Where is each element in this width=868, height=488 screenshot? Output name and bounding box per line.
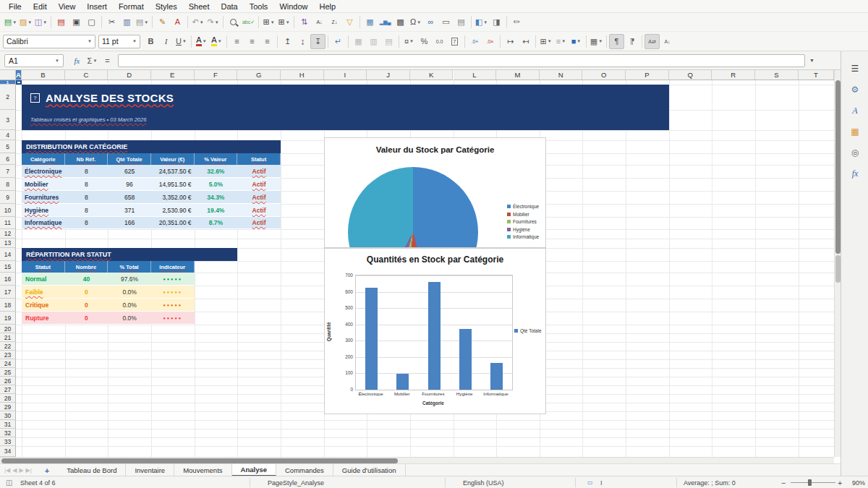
insert-pivot-table-icon[interactable]: ▩ — [393, 14, 408, 30]
row-header-28[interactable]: 28 — [0, 394, 16, 403]
chevron-down-icon[interactable]: ▼ — [218, 39, 222, 43]
insert-comment-icon[interactable]: ▭ — [438, 14, 454, 30]
zoom-level[interactable]: 90% — [852, 476, 865, 488]
chevron-down-icon[interactable]: ▼ — [200, 20, 204, 25]
properties-icon[interactable]: ⚙ — [848, 82, 862, 97]
align-center-icon[interactable]: ≡ — [244, 34, 260, 49]
chevron-down-icon[interactable]: ▼ — [271, 20, 275, 25]
font-size-combobox[interactable]: 11 pt ▼ — [98, 35, 140, 48]
column-header-F[interactable]: F — [195, 70, 238, 80]
column-header-L[interactable]: L — [454, 70, 497, 80]
insert-chart-icon[interactable]: ▂▆▄ — [378, 14, 393, 30]
headers-footers-icon[interactable]: ▤ — [454, 14, 469, 30]
horizontal-scrollbar-thumb[interactable] — [1, 458, 398, 463]
menu-tools[interactable]: Tools — [244, 1, 274, 12]
sheet-tab-guide-d-utilisation[interactable]: Guide d'utilisation — [333, 464, 406, 476]
align-top-icon[interactable]: ↥ — [280, 34, 295, 49]
menu-format[interactable]: Format — [113, 1, 150, 12]
chevron-down-icon[interactable]: ▼ — [286, 20, 290, 25]
chevron-down-icon[interactable]: ▼ — [409, 39, 414, 43]
text-direction-vertical-icon[interactable]: A↓ — [660, 34, 675, 49]
print-icon[interactable]: ▣ — [69, 14, 84, 30]
document-modified-icon[interactable]: ◫ — [6, 476, 12, 488]
column-header-T[interactable]: T — [799, 70, 834, 80]
sheet-tab-analyse[interactable]: Analyse — [232, 464, 276, 476]
table1-row[interactable]: Informatique816620,351.00 €8.7%Actif — [22, 217, 281, 229]
row-header-20[interactable]: 20 — [0, 325, 16, 333]
chevron-down-icon[interactable]: ▼ — [144, 20, 148, 25]
row-header-3[interactable]: 3 — [0, 110, 16, 130]
sheet-tab-commandes[interactable]: Commandes — [276, 464, 333, 476]
row-header-9[interactable]: 9 — [0, 191, 16, 204]
percent-format-icon[interactable]: % — [417, 34, 432, 49]
increase-indent-icon[interactable]: ↦ — [503, 34, 518, 49]
row-header-5[interactable]: 5 — [0, 140, 16, 153]
chevron-down-icon[interactable]: ▼ — [132, 39, 137, 43]
formula-icon[interactable]: = — [100, 53, 115, 68]
cut-icon[interactable]: ✂ — [104, 14, 119, 30]
menu-styles[interactable]: Styles — [150, 1, 183, 12]
bold-icon[interactable]: B — [143, 34, 158, 49]
bar-chart-object[interactable]: Quantités en Stock par Catégorie Quantit… — [324, 248, 546, 414]
row-header-31[interactable]: 31 — [0, 420, 16, 429]
chevron-down-icon[interactable]: ▼ — [576, 39, 581, 43]
delete-decimal-icon[interactable]: .0× — [482, 34, 498, 49]
spreadsheet-grid[interactable]: ABCDEFGHIJKLMNOPQRST 1234567891011121314… — [0, 70, 834, 457]
last-sheet-icon[interactable]: ▶| — [26, 467, 32, 474]
column-header-G[interactable]: G — [237, 70, 281, 80]
row-header-22[interactable]: 22 — [0, 342, 16, 351]
row-header-33[interactable]: 33 — [0, 437, 16, 446]
function-wizard-icon[interactable]: fx — [69, 53, 85, 68]
zoom-in-icon[interactable]: + — [838, 476, 842, 488]
merge-center-icon[interactable]: ▦ — [351, 34, 366, 49]
menu-file[interactable]: File — [3, 1, 27, 12]
undo-icon[interactable]: ↶▼ — [190, 14, 205, 30]
column-header-Q[interactable]: Q — [669, 70, 712, 80]
menu-help[interactable]: Help — [314, 1, 342, 12]
vertical-scrollbar-thumb2[interactable] — [835, 255, 841, 283]
previous-sheet-icon[interactable]: ◀ — [12, 467, 17, 474]
column-header-N[interactable]: N — [540, 70, 583, 80]
highlight-color-icon[interactable]: A▼ — [209, 34, 224, 49]
column-header-H[interactable]: H — [281, 70, 324, 80]
background-color-icon[interactable]: ■▼ — [569, 34, 584, 49]
row-header-23[interactable]: 23 — [0, 351, 16, 359]
currency-format-icon[interactable]: ¤▼ — [401, 34, 417, 49]
row-header-15[interactable]: 15 — [0, 261, 16, 273]
chevron-down-icon[interactable]: ▼ — [417, 20, 421, 25]
paste-icon[interactable]: ▤▼ — [135, 14, 150, 30]
menu-window[interactable]: Window — [273, 1, 313, 12]
conditional-formatting-icon[interactable]: ▦▼ — [589, 34, 604, 49]
column-header-B[interactable]: B — [22, 70, 65, 80]
chevron-down-icon[interactable]: ▼ — [548, 39, 552, 43]
italic-icon[interactable]: I — [158, 34, 174, 49]
expand-formula-bar-icon[interactable]: ▼ — [809, 58, 814, 63]
average-sum-status[interactable]: Average: ; Sum: 0 — [684, 476, 736, 488]
new-document-icon[interactable]: ▤▼ — [3, 14, 18, 30]
next-sheet-icon[interactable]: ▶ — [19, 467, 23, 474]
row-header-10[interactable]: 10 — [0, 204, 16, 217]
column-header-S[interactable]: S — [755, 70, 799, 80]
menu-sheet[interactable]: Sheet — [183, 1, 216, 12]
sort-icon[interactable]: ⇅ — [297, 14, 312, 30]
row-header-19[interactable]: 19 — [0, 312, 16, 325]
zoom-slider-thumb[interactable] — [808, 479, 812, 486]
chevron-down-icon[interactable]: ▼ — [55, 59, 59, 63]
table2-row[interactable]: Faible00.0%●●●●● — [22, 286, 195, 299]
export-pdf-icon[interactable]: ▤ — [54, 14, 69, 30]
page-style[interactable]: PageStyle_Analyse — [268, 476, 324, 488]
menu-view[interactable]: View — [53, 1, 82, 12]
rtl-icon[interactable]: ¶ — [624, 34, 639, 49]
row-header-6[interactable]: 6 — [0, 153, 16, 165]
redo-icon[interactable]: ↷▼ — [205, 14, 221, 30]
add-sheet-icon[interactable]: + — [36, 464, 58, 476]
font-name-combobox[interactable]: Calibri ▼ — [3, 35, 95, 48]
table1-row[interactable]: Fournitures86583,352.00 €34.3%Actif — [22, 191, 281, 204]
sheet-tab-inventaire[interactable]: Inventaire — [126, 464, 174, 476]
row-header-16[interactable]: 16 — [0, 273, 16, 286]
clear-formatting-icon[interactable]: A — [170, 14, 185, 30]
ltr-icon[interactable]: ¶ — [609, 34, 624, 49]
row-header-29[interactable]: 29 — [0, 403, 16, 411]
column-header-P[interactable]: P — [626, 70, 669, 80]
row-header-13[interactable]: 13 — [0, 239, 16, 248]
